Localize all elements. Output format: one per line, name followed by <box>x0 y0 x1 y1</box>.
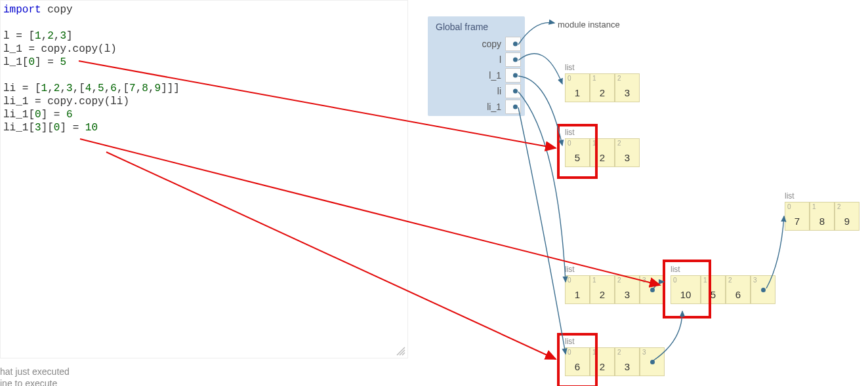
list-li1: list 06 12 23 3 <box>565 347 665 376</box>
var-li1: li_1 <box>428 99 525 115</box>
var-l1: l_1 <box>428 68 525 83</box>
var-copy: copy <box>428 36 525 52</box>
list-li: list 01 12 23 3 <box>565 275 665 304</box>
var-li: li <box>428 83 525 99</box>
list-inner: list 010 15 26 3 <box>671 275 775 304</box>
code-editor[interactable]: import copy l = [1,2,3] l_1 = copy.copy(… <box>0 0 408 358</box>
global-frame: Global frame copy l l_1 li li_1 <box>428 16 525 116</box>
annotation-module: module instance <box>558 20 620 29</box>
resize-grip-icon[interactable] <box>396 346 406 357</box>
list-deep: list 07 18 29 <box>785 202 859 231</box>
status-text: hat just executed ine to execute <box>0 366 70 386</box>
frame-title: Global frame <box>428 20 525 36</box>
var-l: l <box>428 52 525 68</box>
code-text: import copy l = [1,2,3] l_1 = copy.copy(… <box>1 1 407 137</box>
list-l1: list 05 12 23 <box>565 138 640 167</box>
list-l: list 01 12 23 <box>565 73 640 102</box>
